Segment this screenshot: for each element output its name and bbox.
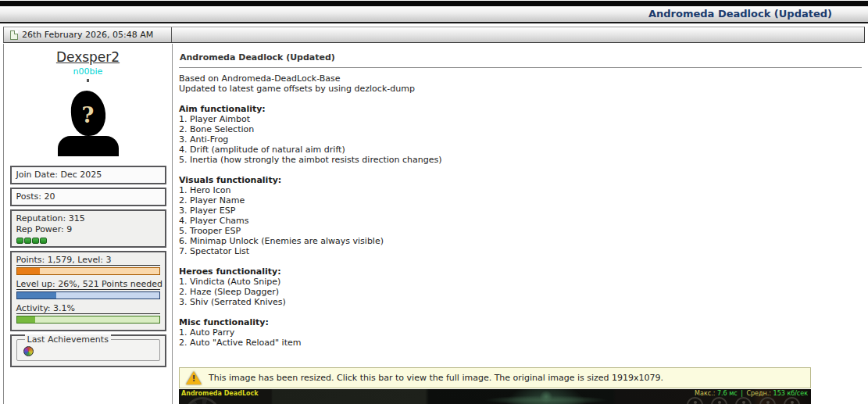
post-timestamp: 26th February 2026, 05:48 AM	[22, 30, 153, 40]
post-intro-line: Based on Andromeda-DeadLock-Base	[179, 73, 862, 84]
stat-bar-track	[16, 316, 160, 324]
post-feature-sections: Aim functionality:1. Player Aimbot2. Bon…	[179, 104, 862, 358]
paragraph-gap	[179, 94, 862, 104]
post-content-cell: Andromeda Deadlock (Updated) Based on An…	[173, 44, 865, 404]
stat-bar-label: Points: 1,579, Level: 3	[16, 255, 160, 266]
post-icon	[10, 30, 18, 40]
join-date-box: Join Date: Dec 2025	[10, 166, 166, 184]
attached-game-screenshot[interactable]: Andromeda DeadLock Макс.: 7.6 мс | Средн…	[179, 389, 811, 404]
stat-bar-fill	[17, 292, 57, 299]
rep-power-dot	[40, 238, 47, 244]
spectator-slot-icon	[759, 397, 776, 404]
top-black-bar	[0, 1, 868, 6]
paragraph-gap	[179, 256, 862, 266]
achievements-box: Last Achievements	[10, 334, 166, 367]
user-avatar[interactable]: ?	[58, 91, 119, 156]
section-heading: Misc functionality:	[179, 317, 862, 327]
feature-item: 1. Auto Parry	[179, 327, 862, 338]
post-title-divider	[179, 67, 862, 68]
post-title: Andromeda Deadlock (Updated)	[179, 50, 862, 67]
post-intro-line: Updated to latest game offsets by using …	[179, 84, 862, 94]
resize-notice-text: This image has been resized. Click this …	[209, 373, 663, 383]
avatar-question-mark: ?	[58, 103, 119, 127]
feature-item: 3. Player ESP	[179, 206, 862, 216]
achievement-medal-icon[interactable]	[23, 346, 34, 356]
feature-item: 3. Shiv (Serrated Knives)	[179, 297, 862, 307]
spectator-slot-icon	[784, 397, 800, 404]
stat-bar-label: Activity: 3.1%	[16, 303, 160, 314]
feature-item: 2. Haze (Sleep Dagger)	[179, 287, 862, 297]
rep-power-text: Rep Power: 9	[16, 224, 160, 235]
paragraph-gap	[179, 348, 862, 358]
user-title: n00bie	[4, 66, 172, 77]
paragraph-gap	[179, 307, 862, 317]
game-statue-graphic	[452, 389, 640, 404]
feature-item: 1. Player Aimbot	[179, 114, 862, 124]
feature-item: 1. Vindicta (Auto Snipe)	[179, 277, 862, 287]
section-heading: Visuals functionality:	[179, 175, 862, 185]
net-stat-label: Макс.:	[695, 390, 715, 397]
feature-item: 4. Player Chams	[179, 216, 862, 226]
rep-power-dot	[32, 238, 39, 244]
posts-box: Posts: 20	[10, 188, 166, 206]
feature-item: 1. Hero Icon	[179, 185, 862, 195]
section-heading: Aim functionality:	[179, 104, 862, 114]
reputation-dots	[16, 236, 160, 244]
feature-item: 2. Bone Selection	[179, 124, 862, 134]
user-info-sidebar: Dexsper2 n00bie ? Join Date: Dec 2025 Po…	[4, 44, 173, 404]
game-menu-title: Andromeda DeadLock	[181, 390, 259, 397]
stat-bar-group: Level up: 26%, 521 Points needed	[16, 279, 160, 299]
net-stat-value: 7.6 мс	[715, 390, 739, 397]
stat-bar-group: Points: 1,579, Level: 3	[16, 255, 160, 275]
feature-item: 3. Anti-Frog	[179, 134, 862, 145]
stat-bar-group: Activity: 3.1%	[16, 303, 160, 324]
warning-icon: !	[186, 371, 202, 384]
stat-bar-track	[16, 267, 160, 275]
stat-bar-label: Level up: 26%, 521 Points needed	[16, 279, 160, 290]
thread-title-bar: Andromeda Deadlock (Updated)	[0, 6, 868, 23]
post-date-row: 26th February 2026, 05:48 AM	[3, 27, 865, 43]
feature-item: 5. Trooper ESP	[179, 226, 862, 236]
spectator-slot-icon	[735, 397, 752, 404]
spectator-slot-icon	[711, 397, 727, 404]
paragraph-gap	[179, 165, 862, 175]
achievements-legend: Last Achievements	[25, 334, 111, 345]
posts-count-text: Posts: 20	[16, 191, 55, 202]
warning-exclamation: !	[186, 374, 202, 384]
post-date-cell: 26th February 2026, 05:48 AM	[4, 27, 172, 42]
rep-power-dot	[24, 238, 31, 244]
feature-item: 4. Drift (amplitude of natural aim drift…	[179, 145, 862, 155]
stat-bar-fill	[17, 316, 36, 323]
feature-item: 5. Inertia (how strongly the aimbot resi…	[179, 155, 862, 165]
reputation-box: Reputation: 315 Rep Power: 9	[10, 209, 166, 248]
forum-thread-page: Andromeda Deadlock (Updated) 26th Februa…	[0, 0, 868, 404]
achievements-fieldset: Last Achievements	[16, 339, 160, 361]
stat-bar-track	[16, 291, 160, 299]
rep-power-dot	[16, 238, 23, 244]
game-network-stats: Макс.: 7.6 мс | Средн.: 153 кб/сек	[695, 390, 808, 397]
stat-bar-fill	[17, 268, 40, 274]
image-resized-notice-bar[interactable]: ! This image has been resized. Click thi…	[179, 367, 811, 388]
thread-title: Andromeda Deadlock (Updated)	[648, 8, 832, 20]
game-wheel-emblem-icon	[184, 397, 220, 404]
feature-item: 2. Player Name	[179, 195, 862, 206]
points-box: Points: 1,579, Level: 3Level up: 26%, 52…	[10, 251, 166, 331]
feature-item: 7. Spectator List	[179, 246, 862, 256]
points-progress-bars: Points: 1,579, Level: 3Level up: 26%, 52…	[16, 255, 160, 324]
user-status-indicator	[87, 79, 89, 82]
username-link[interactable]: Dexsper2	[56, 49, 120, 65]
net-stat-value: 153 кб/сек	[771, 390, 808, 397]
avatar-silhouette-shoulders	[58, 136, 119, 156]
feature-item: 6. Minimap Unlock (Enemies are always vi…	[179, 236, 862, 246]
section-heading: Heroes functionality:	[179, 266, 862, 277]
reputation-text: Reputation: 315	[16, 213, 160, 224]
net-stat-sep: |	[739, 390, 745, 397]
net-stat-label: Средн.:	[745, 390, 771, 397]
spectator-slot-icon	[687, 397, 703, 404]
post-body-row: Dexsper2 n00bie ? Join Date: Dec 2025 Po…	[3, 44, 865, 404]
join-date-text: Join Date: Dec 2025	[16, 170, 102, 180]
feature-item: 2. Auto "Active Reload" item	[179, 338, 862, 348]
